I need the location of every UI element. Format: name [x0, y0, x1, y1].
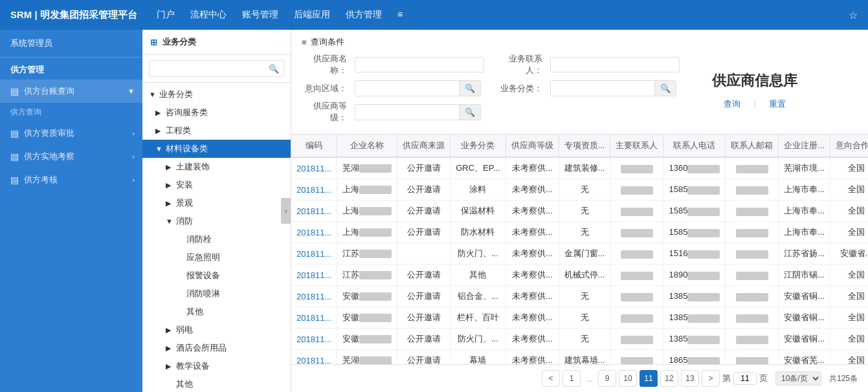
reset-button[interactable]: 重置	[769, 98, 786, 110]
table-row[interactable]: 201811...上海公开邀请涂料未考察供...无1585上海市奉...全国	[291, 179, 868, 201]
supplier-name-input[interactable]	[355, 57, 484, 72]
table-cell[interactable]: 201811...	[291, 179, 337, 201]
tree-item-hotel[interactable]: ▶ 酒店会所用品	[142, 339, 291, 357]
table-cell[interactable]: 201811...	[291, 243, 337, 265]
search-conditions: ≡ 查询条件 供应商名称： 意向区域： 🔍	[291, 30, 868, 135]
table-row[interactable]: 201811...江苏公开邀请其他未考察供...机械式停...1890江阴市锡.…	[291, 265, 868, 286]
next-page-btn[interactable]: >	[702, 370, 720, 387]
tree-item-engineering[interactable]: ▶ 工程类	[142, 122, 291, 140]
tree-item-consulting[interactable]: ▶ 咨询服务类	[142, 103, 291, 122]
page-btn-11[interactable]: 11	[640, 370, 658, 387]
category-input[interactable]	[551, 82, 654, 96]
table-cell: 上海市奉...	[779, 201, 830, 222]
table-cell: 全国	[830, 265, 868, 286]
page-btn-10[interactable]: 10	[619, 370, 637, 387]
table-cell: 公开邀请	[397, 222, 451, 243]
table-row[interactable]: 201811...芜湖公开邀请GRC、EP...未考察供...建筑装修...13…	[291, 157, 868, 179]
tree-item-civil[interactable]: ▶ 土建装饰	[142, 158, 291, 176]
goto-input[interactable]	[733, 372, 757, 385]
nav-supplier-mgmt[interactable]: 供方管理	[346, 8, 382, 22]
category-search-btn[interactable]: 🔍	[654, 81, 676, 96]
site-survey-icon: ▤	[10, 151, 19, 162]
level-input[interactable]	[355, 105, 459, 119]
table-cell[interactable]: 201811...	[291, 157, 337, 179]
supplier-name-label: 供应商名称：	[302, 53, 347, 76]
star-icon[interactable]: ☆	[849, 9, 858, 21]
table-cell[interactable]: 201811...	[291, 286, 337, 307]
table-row[interactable]: 201811...安徽公开邀请栏杆、百叶未考察供...无1385安徽省铜...全…	[291, 307, 868, 329]
tree-item-root[interactable]: ▼ 业务分类	[142, 85, 291, 103]
conditions-label: 查询条件	[311, 36, 344, 48]
nav-more[interactable]: ≡	[397, 8, 403, 22]
tree-item-emergency-light[interactable]: 应急照明	[142, 248, 291, 267]
table-cell[interactable]: 201811...	[291, 222, 337, 243]
nav-account[interactable]: 账号管理	[242, 8, 278, 22]
contact-input[interactable]	[550, 57, 680, 72]
nav-backend[interactable]: 后端应用	[294, 8, 330, 22]
page-btn-12[interactable]: 12	[660, 370, 678, 387]
tree-item-fire-hydrant[interactable]: 消防栓	[142, 230, 291, 248]
table-cell: 1385	[663, 307, 726, 329]
table-cell[interactable]: 201811...	[291, 201, 337, 222]
table-cell	[397, 243, 451, 265]
page-size-select[interactable]: 10条/页	[775, 371, 821, 386]
page-btn-13[interactable]: 13	[681, 370, 699, 387]
sidebar-item-site-survey[interactable]: ▤ 供方实地考察 ›	[0, 145, 142, 168]
table-cell: 上海市奉...	[779, 222, 830, 243]
tree-item-installation[interactable]: ▶ 安装	[142, 176, 291, 194]
table-cell	[610, 286, 663, 307]
table-cell: 公开邀请	[397, 265, 451, 286]
nav-workflow[interactable]: 流程中心	[190, 8, 227, 22]
tree-item-fire[interactable]: ▼ 消防	[142, 212, 291, 230]
arrow-icon: ›	[132, 176, 135, 184]
table-row[interactable]: 201811...江苏防火门、...未考察供...金属门窗...1516江苏省扬…	[291, 243, 868, 265]
tree-item-landscape[interactable]: ▶ 景观	[142, 194, 291, 212]
query-button[interactable]: 查询	[724, 98, 740, 110]
table-cell: 上海	[337, 201, 397, 222]
sidebar-item-qualification[interactable]: ▤ 供方资质审批 ›	[0, 122, 142, 145]
page-btn-9[interactable]: 9	[598, 370, 616, 387]
table-cell: 涂料	[451, 179, 506, 201]
table-cell: 1865	[663, 350, 726, 365]
table-cell: 未考察供...	[506, 265, 559, 286]
table-cell[interactable]: 201811...	[291, 329, 337, 350]
sidebar-item-assessment[interactable]: ▤ 供方考核 ›	[0, 168, 142, 191]
tree-item-alarm[interactable]: 报警设备	[142, 267, 291, 285]
col-intended-region: 意向合作...	[830, 135, 868, 157]
region-input[interactable]	[355, 82, 459, 96]
prev-page-btn[interactable]: <	[542, 370, 560, 387]
table-row[interactable]: 201811...芜湖公开邀请幕墙未考察供...建筑幕墙...1865安徽省芜.…	[291, 350, 868, 365]
table-cell[interactable]: 201811...	[291, 307, 337, 329]
table-cell: 安徽省铜...	[779, 329, 830, 350]
sidebar-item-label: 供方实地考察	[24, 151, 74, 162]
tree-item-materials-other[interactable]: 其他	[142, 375, 291, 392]
table-cell[interactable]: 201811...	[291, 265, 337, 286]
tree-item-label: 工程类	[166, 125, 191, 136]
level-search-btn[interactable]: 🔍	[459, 105, 480, 120]
region-row: 意向区域： 🔍	[302, 80, 484, 96]
region-search-btn[interactable]: 🔍	[459, 81, 480, 96]
data-table: 编码 企业名称 供应商来源 业务分类 供应商等级 专项资质... 主要联系人 联…	[291, 135, 868, 364]
right-content: ≡ 查询条件 供应商名称： 意向区域： 🔍	[291, 30, 868, 392]
tree-item-weak-electricity[interactable]: ▶ 弱电	[142, 321, 291, 339]
table-row[interactable]: 201811...安徽公开邀请防火门、...未考察供...无1385安徽省铜..…	[291, 329, 868, 350]
expand-icon	[166, 380, 173, 388]
table-cell: 全国	[830, 350, 868, 365]
tree-item-education[interactable]: ▶ 教学设备	[142, 357, 291, 375]
tree-item-sprinkler[interactable]: 消防喷淋	[142, 285, 291, 303]
tree-item-label: 消防	[176, 215, 193, 227]
table-row[interactable]: 201811...安徽公开邀请铝合金、...未考察供...无1385安徽省铜..…	[291, 286, 868, 307]
nav-portal[interactable]: 门户	[157, 8, 175, 22]
tree-item-fire-other[interactable]: 其他	[142, 303, 291, 321]
table-row[interactable]: 201811...上海公开邀请防水材料未考察供...无1585上海市奉...全国	[291, 222, 868, 243]
table-cell[interactable]: 201811...	[291, 350, 337, 365]
table-row[interactable]: 201811...上海公开邀请保温材料未考察供...无1585上海市奉...全国	[291, 201, 868, 222]
table-cell	[726, 157, 779, 179]
page-btn-1[interactable]: 1	[562, 370, 581, 387]
sidebar-item-supplier-ledger[interactable]: ▤ 供方台账查询 ▼	[0, 80, 142, 103]
tree-search-input[interactable]	[149, 60, 284, 77]
tree-item-materials[interactable]: ▼ 材料设备类	[142, 140, 291, 158]
collapse-panel-button[interactable]: ‹	[281, 198, 291, 224]
table-cell	[610, 307, 663, 329]
arrow-icon: ▼	[128, 87, 135, 95]
